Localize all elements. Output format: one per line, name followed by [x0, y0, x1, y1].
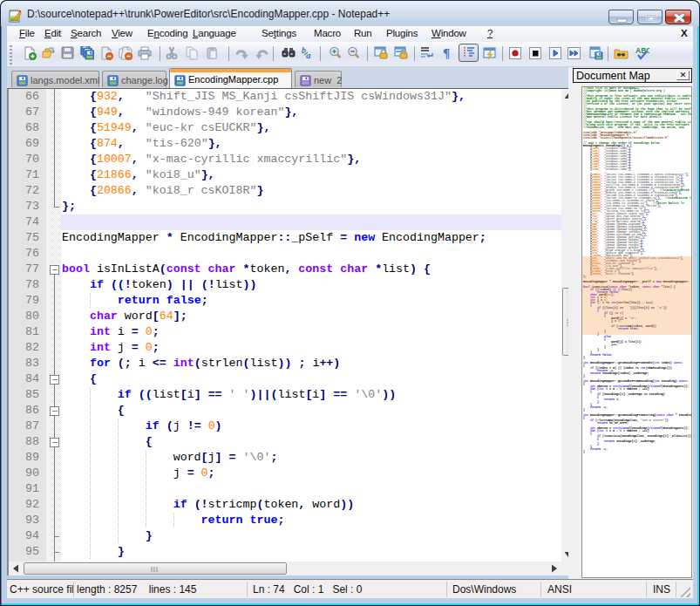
- svg-text:a: a: [306, 50, 311, 60]
- svg-text:¶: ¶: [443, 46, 450, 60]
- svg-text:ABC: ABC: [635, 46, 649, 55]
